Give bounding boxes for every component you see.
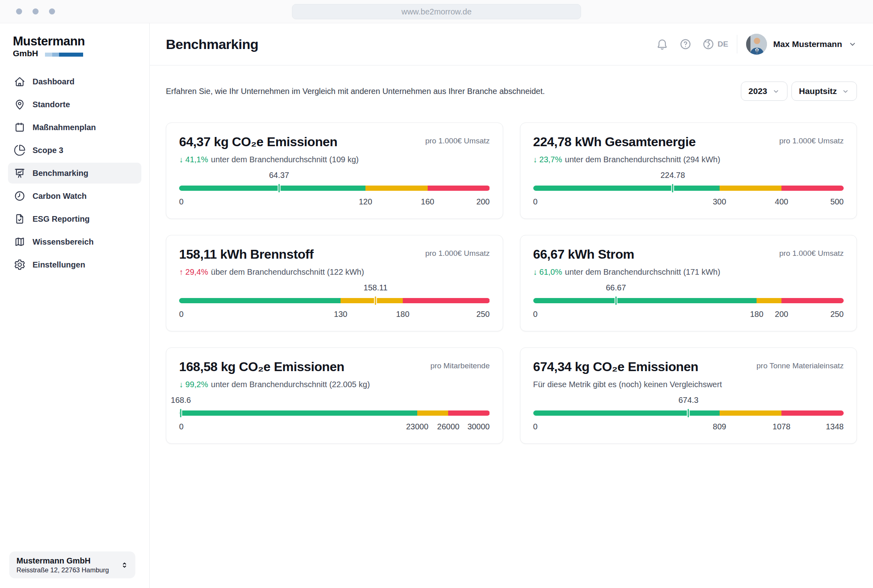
pie-chart-icon	[14, 144, 26, 156]
gauge-tick: 180	[750, 310, 763, 319]
gauge-segment-red	[781, 410, 844, 416]
gauge-segment-green	[179, 410, 417, 416]
logo-suffix: GmbH	[13, 49, 38, 57]
gauge: 168.6 0230002600030000	[179, 396, 490, 432]
card-per-label: pro 1.000€ Umsatz	[779, 134, 844, 145]
sidebar-item-einstellungen[interactable]: Einstellungen	[8, 254, 141, 275]
site-filter-button[interactable]: Hauptsitz	[791, 82, 857, 101]
gauge-tick: 300	[713, 197, 726, 206]
gauge-tick: 200	[476, 197, 490, 206]
gauge-tick: 250	[830, 310, 844, 319]
benchmark-card: 66,67 kWh Strom pro 1.000€ Umsatz ↓ 61,0…	[520, 235, 857, 331]
gauge-segment-green	[533, 186, 720, 191]
card-note: Für diese Metrik gibt es (noch) keinen V…	[533, 380, 844, 389]
bell-icon	[656, 38, 669, 51]
gauge-marker-label: 674.3	[678, 396, 698, 405]
gauge-segment-green	[533, 410, 720, 416]
gauge-marker-label: 66.67	[606, 283, 626, 292]
help-button[interactable]	[679, 37, 692, 51]
language-label: DE	[718, 40, 728, 49]
gauge-segment-yellow	[757, 298, 781, 303]
gauge: 64.37 0120160200	[179, 171, 490, 207]
sidebar-item-wissensbereich[interactable]: Wissensbereich	[8, 231, 141, 252]
logo-underline	[45, 53, 83, 57]
gauge: 158.11 0130180250	[179, 283, 490, 319]
window-controls[interactable]	[16, 8, 55, 14]
gauge-marker-label: 64.37	[269, 171, 289, 180]
gauge-marker	[687, 408, 690, 418]
window-dot[interactable]	[16, 8, 22, 14]
benchmark-card: 64,37 kg CO₂e Emissionen pro 1.000€ Umsa…	[166, 122, 503, 219]
sidebar-nav: Dashboard Standorte Maßnahmenplan Scope …	[8, 71, 141, 275]
gauge-segment-green	[179, 186, 365, 191]
page-header: Benchmarking DE	[150, 23, 873, 65]
sidebar-item-scope-3[interactable]: Scope 3	[8, 140, 141, 161]
gauge-marker-label: 168.6	[171, 396, 191, 405]
window-dot[interactable]	[33, 8, 39, 14]
gauge-tick: 0	[533, 310, 538, 319]
map-pin-icon	[14, 98, 26, 110]
year-filter-label: 2023	[749, 86, 767, 96]
card-comparison: ↓ 41,1% unter dem Branchendurchschnitt (…	[179, 155, 490, 164]
globe-icon	[702, 38, 715, 51]
benchmark-card: 158,11 kWh Brennstoff pro 1.000€ Umsatz …	[166, 235, 503, 331]
gauge-segment-green	[179, 298, 341, 303]
card-per-label: pro 1.000€ Umsatz	[425, 134, 490, 145]
gauge-bar	[179, 186, 490, 191]
delta-percent: 61,0%	[539, 267, 562, 276]
year-filter-button[interactable]: 2023	[741, 82, 787, 101]
gauge-tick: 0	[533, 422, 538, 431]
gauge-marker	[374, 296, 377, 306]
presentation-chart-icon	[14, 167, 26, 179]
gauge-tick: 30000	[467, 422, 490, 431]
calendar-icon	[14, 121, 26, 133]
benchmark-card: 224,78 kWh Gesamtenergie pro 1.000€ Umsa…	[520, 122, 857, 219]
sidebar-item-carbon-watch[interactable]: Carbon Watch	[8, 186, 141, 206]
gauge-segment-red	[428, 186, 490, 191]
company-selector[interactable]: Mustermann GmbH Reisstraße 12, 22763 Ham…	[9, 551, 135, 578]
gauge-segment-yellow	[341, 298, 403, 303]
gauge-segment-yellow	[720, 410, 781, 416]
gauge-tick: 0	[179, 310, 184, 319]
delta-text: unter dem Branchendurchschnitt (109 kg)	[211, 155, 359, 164]
notifications-button[interactable]	[655, 37, 669, 51]
card-comparison: ↑ 29,4% über dem Branchendurchschnitt (1…	[179, 267, 490, 277]
delta-percent: 41,1%	[186, 155, 208, 164]
sidebar-item-esg-reporting[interactable]: ESG Reporting	[8, 208, 141, 229]
gauge-segment-red	[448, 410, 490, 416]
help-icon	[679, 38, 692, 51]
window-dot[interactable]	[49, 8, 55, 14]
delta-text: über dem Branchendurchschnitt (122 kWh)	[211, 267, 364, 277]
content-area: Erfahren Sie, wie Ihr Unternehmen im Ver…	[150, 65, 873, 588]
card-comparison: ↓ 61,0% unter dem Branchendurchschnitt (…	[533, 267, 844, 277]
gauge-tick: 500	[830, 197, 844, 206]
sidebar-item-benchmarking[interactable]: Benchmarking	[8, 163, 141, 184]
benchmark-card: 168,58 kg CO₂e Emissionen pro Mitarbeite…	[166, 347, 503, 444]
sidebar-item-standorte[interactable]: Standorte	[8, 94, 141, 115]
benchmark-cards-grid: 64,37 kg CO₂e Emissionen pro 1.000€ Umsa…	[166, 122, 857, 444]
gauge-segment-red	[781, 186, 844, 191]
gauge-bar	[533, 186, 844, 191]
delta-percent: 23,7%	[539, 155, 562, 164]
site-filter-label: Hauptsitz	[799, 86, 837, 96]
language-switcher[interactable]: DE	[702, 38, 728, 51]
card-title: 158,11 kWh Brennstoff	[179, 247, 314, 262]
clock-icon	[14, 190, 26, 202]
card-title: 64,37 kg CO₂e Emissionen	[179, 134, 337, 149]
page-description: Erfahren Sie, wie Ihr Unternehmen im Ver…	[166, 87, 545, 96]
home-icon	[14, 76, 26, 88]
browser-topbar: www.be2morrow.de	[0, 0, 873, 23]
sidebar-item-dashboard[interactable]: Dashboard	[8, 71, 141, 92]
user-name: Max Mustermann	[773, 39, 842, 49]
delta-percent: 99,2%	[186, 380, 208, 389]
chevron-down-icon	[848, 40, 857, 49]
url-bar[interactable]: www.be2morrow.de	[292, 4, 581, 19]
delta-arrow-icon: ↓	[533, 267, 537, 276]
gauge-marker-label: 158.11	[363, 283, 388, 292]
card-title: 66,67 kWh Strom	[533, 247, 634, 262]
logo-name: Mustermann	[13, 35, 149, 48]
sidebar-item-massnahmenplan[interactable]: Maßnahmenplan	[8, 117, 141, 138]
gauge-marker	[671, 183, 674, 193]
user-menu[interactable]: Max Mustermann	[746, 34, 857, 55]
delta-percent: 29,4%	[186, 267, 208, 276]
